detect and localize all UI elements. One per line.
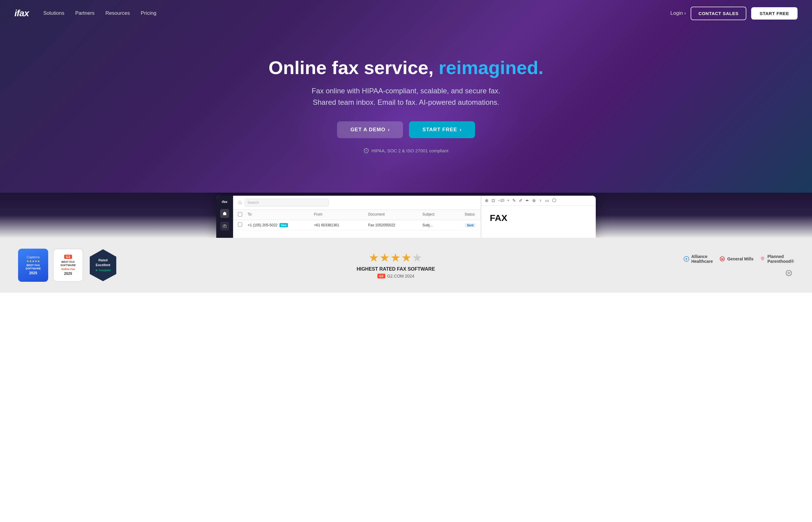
sidebar-logo: ifax <box>222 200 227 203</box>
toolbar-zoom-in-icon[interactable]: + <box>507 198 509 203</box>
navbar: ifax Solutions Partners Resources Pricin… <box>0 0 812 26</box>
app-preview-container: ifax Search To From Document <box>216 196 596 238</box>
svg-point-3 <box>239 201 241 204</box>
login-link[interactable]: Login › <box>670 10 686 16</box>
fax-document-title: FAX <box>490 213 587 223</box>
hero-title: Online fax service, reimagined. <box>269 58 543 78</box>
client-state-agency <box>786 270 794 276</box>
search-input[interactable]: Search <box>244 199 329 206</box>
contact-sales-button[interactable]: CONTACT SALES <box>691 7 746 20</box>
nav-solutions[interactable]: Solutions <box>43 10 64 16</box>
app-sidebar: ifax <box>216 196 233 238</box>
table-row[interactable]: +1 (105) 205-5022 New +61 603381361 Fax … <box>233 220 481 230</box>
toolbar-edit-icon[interactable]: ✎ <box>512 198 516 203</box>
nav-partners[interactable]: Partners <box>75 10 95 16</box>
hero-section: Online fax service, reimagined. Fax onli… <box>0 0 812 193</box>
rating-label: HIGHEST RATED FAX SOFTWARE <box>357 266 435 272</box>
logo[interactable]: ifax <box>15 8 29 18</box>
app-inbox: Search To From Document Subject Status +… <box>233 196 481 238</box>
star-rating: ★★★★★ <box>357 252 435 263</box>
toolbar-move-icon[interactable]: ⊕ <box>485 198 489 203</box>
g2-source-badge: G2 <box>377 274 385 279</box>
award-badges: Capterra ★★★★★ BEST FAXSOFTWARE 2025 G2 … <box>18 249 118 282</box>
sidebar-home-icon[interactable] <box>220 209 229 218</box>
app-search-bar: Search <box>233 196 481 210</box>
sidebar-fax-icon[interactable] <box>220 222 229 230</box>
svg-text:GM: GM <box>721 258 724 260</box>
table-header: To From Document Subject Status <box>233 210 481 220</box>
toolbar-crop-icon[interactable]: ⊡ <box>492 198 495 203</box>
hero-buttons: GET A DEMO › START FREE › <box>337 121 475 138</box>
get-demo-button[interactable]: GET A DEMO › <box>337 121 403 138</box>
search-icon <box>238 200 242 205</box>
toolbar-screen-icon[interactable]: 🖵 <box>552 198 556 203</box>
compliance-badge: HIPAA, SOC 2 & ISO 27001 compliant <box>363 148 449 153</box>
editor-toolbar: ⊕ ⊡ –10 + ✎ ✐ ✒ ⊛ ♀ ▭ 🖵 <box>481 196 596 206</box>
toolbar-lasso-icon[interactable]: ⊛ <box>532 198 536 203</box>
client-planned-parenthood: PlannedParenthood® <box>759 254 794 264</box>
nav-pricing[interactable]: Pricing <box>141 10 156 16</box>
g2-badge: G2 BEST FAXSOFTWARE Online Fax 2025 <box>53 249 83 282</box>
hero-title-accent: reimagined. <box>439 57 543 78</box>
toolbar-edit2-icon[interactable]: ✐ <box>519 198 522 203</box>
rating-source: G2 G2.COM 2024 <box>357 274 435 279</box>
toolbar-signature-icon[interactable]: ♀ <box>539 198 542 203</box>
start-chevron: › <box>460 127 462 133</box>
row-checkbox[interactable] <box>238 222 242 227</box>
demo-chevron: › <box>388 127 390 133</box>
start-free-nav-button[interactable]: START FREE <box>751 7 797 20</box>
app-editor: ⊕ ⊡ –10 + ✎ ✐ ✒ ⊛ ♀ ▭ 🖵 FAX <box>481 196 596 238</box>
trustpilot-badge: Rated Excellent ★ Trustpilot <box>88 249 118 282</box>
login-chevron: › <box>684 10 686 16</box>
client-general-mills: GM General Mills <box>719 256 754 262</box>
hero-subtitle: Fax online with HIPAA-compliant, scalabl… <box>312 85 500 108</box>
client-logos: AllianceHealthcare GM General Mills Plan… <box>673 254 794 276</box>
rating-section: ★★★★★ HIGHEST RATED FAX SOFTWARE G2 G2.C… <box>357 252 435 279</box>
toolbar-pen-icon[interactable]: ✒ <box>526 198 529 203</box>
capterra-badge: Capterra ★★★★★ BEST FAXSOFTWARE 2025 <box>18 249 48 282</box>
toolbar-zoom-out-icon[interactable]: –10 <box>498 198 504 203</box>
start-free-hero-button[interactable]: START FREE › <box>409 121 475 138</box>
select-all-checkbox[interactable] <box>238 212 242 217</box>
svg-rect-0 <box>223 225 226 227</box>
nav-resources[interactable]: Resources <box>105 10 130 16</box>
app-preview-section: ifax Search To From Document <box>0 193 812 238</box>
new-badge: New <box>279 223 288 227</box>
client-alliance: AllianceHealthcare <box>684 254 713 264</box>
nav-links: Solutions Partners Resources Pricing <box>43 10 670 16</box>
social-proof-section: Capterra ★★★★★ BEST FAXSOFTWARE 2025 G2 … <box>0 238 812 293</box>
svg-line-4 <box>241 203 242 204</box>
toolbar-rect-icon[interactable]: ▭ <box>545 198 549 203</box>
editor-content: FAX <box>481 206 596 238</box>
svg-marker-10 <box>787 271 791 275</box>
shield-icon <box>363 148 369 153</box>
nav-right: Login › CONTACT SALES START FREE <box>670 7 797 20</box>
